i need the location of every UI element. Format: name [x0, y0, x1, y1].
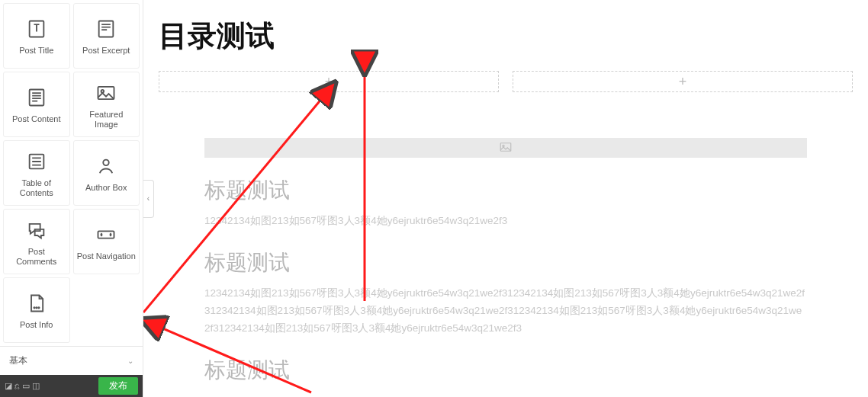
widget-table-of-contents[interactable]: Table of Contents [3, 140, 70, 206]
widget-label: Author Box [85, 183, 127, 193]
post-content-icon [26, 87, 47, 108]
svg-rect-2 [29, 90, 43, 106]
heading[interactable]: 标题测试 [204, 176, 807, 205]
basic-label: 基本 [9, 354, 27, 367]
dropzone-right[interactable]: + [513, 71, 853, 92]
svg-point-6 [104, 160, 109, 165]
dropzone-left[interactable]: + [159, 71, 499, 92]
widget-author-box[interactable]: Author Box [73, 140, 140, 206]
widget-label: Post Info [20, 320, 53, 330]
widget-label: Table of Contents [7, 178, 66, 198]
widget-label: Post Navigation [77, 251, 136, 261]
svg-rect-7 [98, 232, 114, 239]
publish-bar: ◪ ⎌ ▭ ◫ 发布 [0, 375, 143, 397]
widget-post-navigation[interactable]: Post Navigation [73, 209, 140, 274]
svg-point-10 [38, 308, 39, 309]
widget-label: Post Title [19, 46, 53, 56]
post-comments-icon [26, 219, 47, 241]
widget-label: Featured Image [77, 110, 137, 130]
heading[interactable]: 标题测试 [204, 356, 807, 385]
svg-rect-1 [99, 21, 114, 37]
basic-category-toggle[interactable]: 基本 ⌄ [0, 346, 143, 375]
widget-post-excerpt[interactable]: Post Excerpt [73, 3, 140, 69]
widget-label: Post Content [12, 114, 61, 124]
post-title-icon [26, 18, 47, 40]
author-box-icon [95, 155, 117, 177]
widget-label: Post Comments [7, 247, 66, 267]
svg-point-8 [34, 308, 34, 309]
dropzone-row: + + [159, 71, 853, 92]
toolbar-icons[interactable]: ◪ ⎌ ▭ ◫ [5, 381, 40, 391]
image-icon [499, 140, 513, 156]
featured-image-icon [95, 82, 117, 104]
paragraph[interactable]: 12342134如图213如567呀图3人3额4她y6ejruktr6e54w3… [204, 285, 807, 338]
publish-button[interactable]: 发布 [98, 377, 138, 395]
widget-post-content[interactable]: Post Content [3, 72, 70, 137]
widget-sidebar: Post Title Post Excerpt Post Content Fea… [0, 0, 143, 397]
svg-point-9 [36, 308, 37, 309]
image-placeholder[interactable] [204, 138, 807, 158]
heading[interactable]: 标题测试 [204, 248, 807, 277]
post-excerpt-icon [95, 18, 117, 40]
paragraph[interactable]: 12342134如图213如567呀图3人3额4她y6ejruktr6e54w3… [204, 213, 807, 230]
widget-label: Post Excerpt [82, 46, 130, 56]
widget-grid: Post Title Post Excerpt Post Content Fea… [0, 0, 143, 346]
page-title[interactable]: 目录测试 [159, 17, 853, 56]
toc-icon [26, 151, 47, 172]
widget-post-title[interactable]: Post Title [3, 3, 70, 69]
post-navigation-icon [95, 224, 117, 245]
post-content-area: 标题测试 12342134如图213如567呀图3人3额4她y6ejruktr6… [159, 138, 853, 385]
editor-canvas: 目录测试 + + 标题测试 12342134如图213如567呀图3人3额4她y… [143, 0, 868, 397]
chevron-down-icon: ⌄ [127, 357, 133, 365]
widget-post-info[interactable]: Post Info [3, 277, 70, 343]
widget-featured-image[interactable]: Featured Image [73, 72, 140, 137]
plus-icon: + [325, 74, 333, 90]
widget-post-comments[interactable]: Post Comments [3, 209, 70, 274]
plus-icon: + [679, 74, 687, 90]
post-info-icon [26, 293, 47, 314]
